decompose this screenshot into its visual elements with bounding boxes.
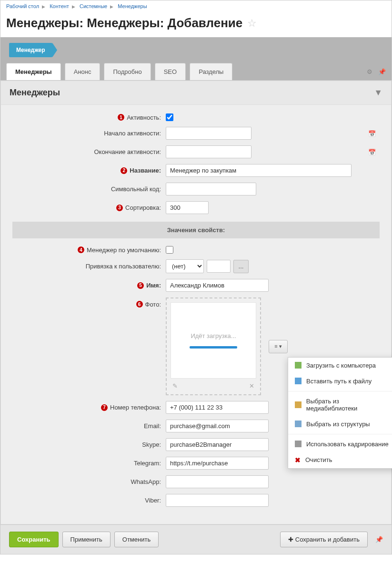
footer-bar: Сохранить Применить Отменить ✚ Сохранить… — [0, 524, 392, 554]
menu-struct[interactable]: Выбрать из структуры — [288, 416, 392, 432]
user-bind-browse-button[interactable]: ... — [233, 260, 249, 273]
crumb-desktop[interactable]: Рабочий стол — [6, 3, 39, 9]
email-input[interactable] — [166, 420, 269, 432]
download-icon — [295, 378, 302, 384]
media-icon — [295, 401, 302, 408]
label-phone: Номер телефона: — [110, 404, 161, 411]
label-skype: Skype: — [142, 441, 161, 448]
sort-input[interactable] — [166, 201, 209, 214]
crumb-system[interactable]: Системные — [80, 3, 107, 9]
photo-loading-text: Идёт загрузка... — [191, 332, 236, 339]
badge-5: 5 — [137, 282, 144, 289]
breadcrumb: Рабочий стол▶ Контент▶ Системные▶ Менедж… — [0, 0, 392, 12]
iname-input[interactable] — [166, 279, 269, 292]
user-bind-id-input[interactable] — [207, 260, 231, 273]
calendar-icon[interactable]: 📅 — [368, 130, 376, 137]
props-separator: Значения свойств: — [12, 222, 380, 238]
calendar-icon[interactable]: 📅 — [368, 148, 376, 155]
skype-input[interactable] — [166, 438, 269, 451]
user-bind-select[interactable]: (нет) — [166, 259, 204, 273]
label-email: Email: — [144, 422, 161, 430]
label-whatsapp: WhatsApp: — [131, 478, 161, 485]
pencil-icon[interactable]: ✎ — [172, 382, 178, 390]
tab-announce[interactable]: Анонс — [65, 63, 101, 80]
crumb-content[interactable]: Контент — [50, 3, 69, 9]
close-icon[interactable]: ✕ — [249, 382, 254, 390]
photo-progress-bar — [190, 346, 237, 349]
label-viber: Viber: — [145, 497, 161, 504]
label-name: Название: — [130, 167, 161, 174]
page-title: Менеджеры: Менеджеры: Добавление — [6, 16, 242, 31]
photo-dropzone[interactable]: Идёт загрузка... ✎ ✕ — [166, 298, 261, 395]
photo-menu-button[interactable]: ≡ ▾ — [269, 340, 288, 353]
label-sort: Сортировка: — [125, 204, 161, 211]
menu-crop[interactable]: Использовать кадрирование — [288, 436, 392, 452]
badge-3: 3 — [116, 204, 123, 212]
menu-upload[interactable]: Загрузить с компьютера — [288, 358, 392, 373]
photo-menu-popup: Загрузить с компьютера Вставить путь к ф… — [288, 357, 392, 469]
badge-4: 4 — [77, 246, 85, 254]
viber-input[interactable] — [166, 494, 269, 507]
label-iname: Имя: — [146, 282, 161, 289]
crumb-managers[interactable]: Менеджеры — [118, 3, 147, 9]
tab-seo[interactable]: SEO — [155, 63, 186, 80]
upload-icon — [295, 362, 302, 369]
active-checkbox[interactable] — [166, 113, 173, 121]
crop-icon — [295, 441, 302, 447]
menu-clear[interactable]: ✖Очистить — [288, 452, 392, 468]
start-date-input[interactable] — [166, 127, 251, 140]
save-button[interactable]: Сохранить — [9, 532, 59, 547]
default-mgr-checkbox[interactable] — [166, 246, 173, 254]
save-add-button[interactable]: ✚ Сохранить и добавить — [280, 532, 368, 547]
apply-button[interactable]: Применить — [62, 532, 111, 547]
ribbon-badge[interactable]: Менеджер — [9, 43, 52, 57]
code-input[interactable] — [166, 183, 256, 195]
clear-icon: ✖ — [295, 456, 301, 464]
panel-title: Менеджеры — [10, 88, 60, 98]
badge-7: 7 — [101, 404, 108, 411]
gear-icon[interactable]: ⚙ — [367, 68, 372, 75]
end-date-input[interactable] — [166, 145, 251, 158]
label-end: Окончание активности: — [94, 148, 161, 155]
whatsapp-input[interactable] — [166, 475, 269, 488]
tab-managers[interactable]: Менеджеры — [6, 63, 61, 80]
label-default-mgr: Менеджер по умолчанию: — [87, 246, 161, 254]
label-start: Начало активности: — [104, 130, 161, 137]
label-code: Символьный код: — [111, 185, 161, 193]
tab-sections[interactable]: Разделы — [190, 63, 232, 80]
label-active: Активность: — [127, 114, 161, 121]
badge-2: 2 — [120, 167, 128, 174]
tab-detail[interactable]: Подробно — [104, 63, 151, 80]
menu-path[interactable]: Вставить путь к файлу — [288, 373, 392, 389]
telegram-input[interactable] — [166, 457, 269, 470]
label-telegram: Telegram: — [134, 460, 161, 467]
tabs: Менеджеры Анонс Подробно SEO Разделы ⚙ 📌 — [0, 63, 392, 81]
label-user-bind: Привязка к пользователю: — [86, 263, 161, 270]
name-input[interactable] — [166, 164, 352, 177]
collapse-icon[interactable]: ▼ — [374, 88, 382, 98]
phone-input[interactable] — [166, 401, 269, 414]
label-photo: Фото: — [145, 301, 161, 308]
menu-media[interactable]: Выбрать из медиабиблиотеки — [288, 393, 392, 416]
favorite-star-icon[interactable]: ☆ — [247, 17, 257, 30]
badge-6: 6 — [136, 300, 143, 308]
structure-icon — [295, 421, 302, 427]
footer-pin-icon[interactable]: 📌 — [375, 536, 383, 543]
cancel-button[interactable]: Отменить — [114, 532, 159, 547]
pin-icon[interactable]: 📌 — [378, 68, 386, 75]
badge-1: 1 — [117, 113, 125, 121]
